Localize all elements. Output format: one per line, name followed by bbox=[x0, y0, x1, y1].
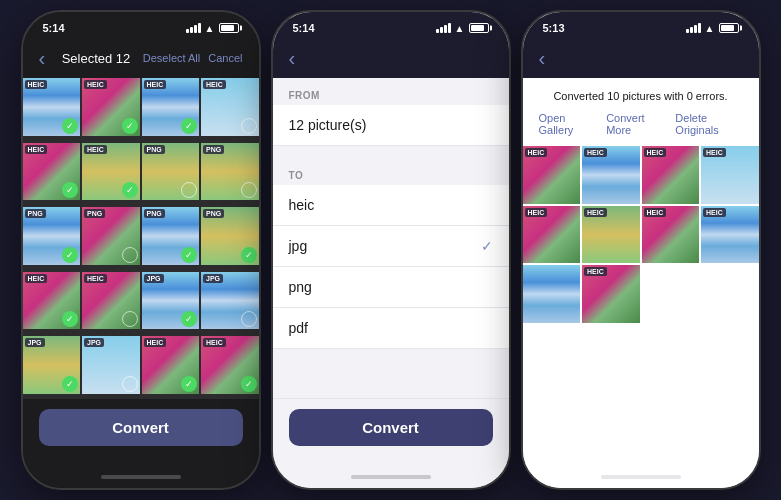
from-value: 12 picture(s) bbox=[289, 117, 367, 133]
battery-icon-3 bbox=[719, 23, 739, 33]
gallery-cell[interactable]: JPG bbox=[201, 272, 259, 330]
check-mark: ✓ bbox=[181, 247, 197, 263]
nav-bar-2: ‹ bbox=[273, 40, 509, 78]
gallery-cell[interactable]: JPG ✓ bbox=[23, 336, 81, 394]
result-cell: HEIC bbox=[701, 206, 759, 264]
gallery-cell[interactable]: HEIC ✓ bbox=[23, 143, 81, 201]
option-jpg-label: jpg bbox=[289, 238, 308, 254]
home-indicator-2 bbox=[273, 466, 509, 488]
result-cell: HEIC bbox=[701, 146, 759, 204]
gallery-cell[interactable]: JPG bbox=[82, 336, 140, 394]
wifi-icon-3: ▲ bbox=[705, 23, 715, 34]
nav-actions-1: Deselect All Cancel bbox=[143, 52, 243, 64]
wifi-icon: ▲ bbox=[205, 23, 215, 34]
check-mark: ✓ bbox=[241, 376, 257, 392]
check-mark: ✓ bbox=[62, 311, 78, 327]
result-cell: HEIC bbox=[523, 206, 581, 264]
battery-icon-2 bbox=[469, 23, 489, 33]
home-indicator-3 bbox=[523, 466, 759, 488]
result-grid: HEIC HEIC HEIC HEIC HEIC HEIC HE bbox=[523, 146, 759, 323]
status-bar-1: 5:14 ▲ bbox=[23, 12, 259, 40]
gallery-grid: HEIC ✓ HEIC ✓ HEIC ✓ HEIC HEIC ✓ HEIC bbox=[23, 78, 259, 399]
result-cell bbox=[523, 265, 581, 323]
gallery-cell[interactable]: HEIC ✓ bbox=[82, 78, 140, 136]
status-icons-2: ▲ bbox=[436, 23, 489, 34]
cancel-button-1[interactable]: Cancel bbox=[208, 52, 242, 64]
convert-button-1[interactable]: Convert bbox=[39, 409, 243, 446]
gallery-cell[interactable]: PNG ✓ bbox=[142, 207, 200, 265]
check-mark: ✓ bbox=[62, 247, 78, 263]
result-cell: HEIC bbox=[582, 265, 640, 323]
option-jpg[interactable]: jpg ✓ bbox=[273, 226, 509, 267]
gallery-cell[interactable]: HEIC ✓ bbox=[142, 78, 200, 136]
back-button-2[interactable]: ‹ bbox=[289, 47, 296, 70]
nav-bar-3: ‹ bbox=[523, 40, 759, 78]
gallery-cell[interactable]: HEIC bbox=[201, 78, 259, 136]
phone-3: 5:13 ▲ ‹ Converted 10 pictures with 0 er… bbox=[521, 10, 761, 490]
gallery-cell[interactable]: HEIC bbox=[82, 272, 140, 330]
options-spacer bbox=[273, 146, 509, 158]
delete-originals-button[interactable]: Delete Originals bbox=[675, 112, 742, 136]
gallery-cell[interactable]: PNG bbox=[201, 143, 259, 201]
signal-icon bbox=[186, 23, 201, 33]
option-pdf-label: pdf bbox=[289, 320, 308, 336]
no-check bbox=[181, 182, 197, 198]
phone-1: 5:14 ▲ ‹ Selected 12 Deselect All Ca bbox=[21, 10, 261, 490]
result-cell: HEIC bbox=[642, 206, 700, 264]
wifi-icon-2: ▲ bbox=[455, 23, 465, 34]
option-heic[interactable]: heic bbox=[273, 185, 509, 226]
no-check bbox=[241, 311, 257, 327]
open-gallery-button[interactable]: Open Gallery bbox=[539, 112, 595, 136]
status-icons-1: ▲ bbox=[186, 23, 239, 34]
battery-icon bbox=[219, 23, 239, 33]
results-area: Converted 10 pictures with 0 errors. Ope… bbox=[523, 78, 759, 466]
gallery-cell[interactable]: PNG ✓ bbox=[201, 207, 259, 265]
check-mark: ✓ bbox=[181, 376, 197, 392]
gallery-cell[interactable]: HEIC ✓ bbox=[23, 272, 81, 330]
no-check bbox=[241, 182, 257, 198]
option-heic-label: heic bbox=[289, 197, 315, 213]
no-check bbox=[122, 311, 138, 327]
no-check bbox=[122, 247, 138, 263]
check-mark: ✓ bbox=[62, 376, 78, 392]
result-message: Converted 10 pictures with 0 errors. bbox=[537, 78, 743, 108]
signal-icon-3 bbox=[686, 23, 701, 33]
back-button-3[interactable]: ‹ bbox=[539, 47, 546, 70]
result-cell: HEIC bbox=[523, 146, 581, 204]
convert-button-2[interactable]: Convert bbox=[289, 409, 493, 446]
nav-title-1: Selected 12 bbox=[49, 51, 143, 66]
phone-2: 5:14 ▲ ‹ FROM 12 picture(s) bbox=[271, 10, 511, 490]
gallery-cell[interactable]: PNG bbox=[142, 143, 200, 201]
option-jpg-check: ✓ bbox=[481, 238, 493, 254]
result-cell: HEIC bbox=[582, 206, 640, 264]
no-check bbox=[241, 118, 257, 134]
convert-more-button[interactable]: Convert More bbox=[606, 112, 663, 136]
status-icons-3: ▲ bbox=[686, 23, 739, 34]
back-button-1[interactable]: ‹ bbox=[39, 47, 46, 70]
gallery-cell[interactable]: PNG bbox=[82, 207, 140, 265]
bottom-bar-2: Convert bbox=[273, 398, 509, 466]
check-mark: ✓ bbox=[62, 118, 78, 134]
signal-icon-2 bbox=[436, 23, 451, 33]
no-check bbox=[122, 376, 138, 392]
deselect-all-button[interactable]: Deselect All bbox=[143, 52, 200, 64]
gallery-cell[interactable]: JPG ✓ bbox=[142, 272, 200, 330]
gallery-cell[interactable]: HEIC ✓ bbox=[201, 336, 259, 394]
result-cell: HEIC bbox=[642, 146, 700, 204]
check-mark: ✓ bbox=[62, 182, 78, 198]
home-indicator-1 bbox=[23, 466, 259, 488]
option-png[interactable]: png bbox=[273, 267, 509, 308]
status-bar-2: 5:14 ▲ bbox=[273, 12, 509, 40]
option-png-label: png bbox=[289, 279, 312, 295]
gallery-cell[interactable]: HEIC ✓ bbox=[142, 336, 200, 394]
gallery-cell[interactable]: HEIC ✓ bbox=[23, 78, 81, 136]
option-pdf[interactable]: pdf bbox=[273, 308, 509, 349]
gallery-cell[interactable]: PNG ✓ bbox=[23, 207, 81, 265]
convert-options: FROM 12 picture(s) TO heic jpg ✓ png pdf bbox=[273, 78, 509, 398]
check-mark: ✓ bbox=[241, 247, 257, 263]
phones-container: 5:14 ▲ ‹ Selected 12 Deselect All Ca bbox=[21, 10, 761, 490]
gallery-cell[interactable]: HEIC ✓ bbox=[82, 143, 140, 201]
to-label: TO bbox=[273, 158, 509, 185]
from-label: FROM bbox=[273, 78, 509, 105]
from-value-row: 12 picture(s) bbox=[273, 105, 509, 146]
